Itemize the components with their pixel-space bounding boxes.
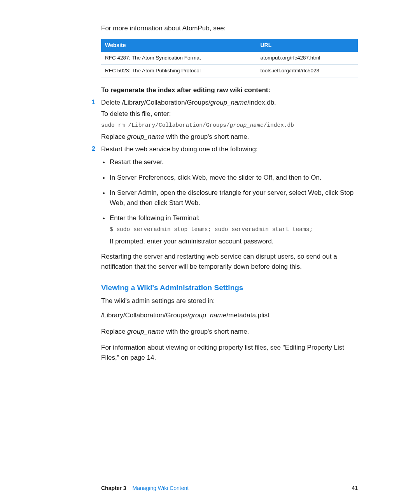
step-subtext: To delete this file, enter: bbox=[101, 109, 358, 119]
restart-warning: Restarting the server and restarting web… bbox=[101, 252, 358, 271]
list-item: In Server Preferences, click Web, move t… bbox=[110, 173, 358, 183]
step-replace-note: Replace group_name with the group's shor… bbox=[101, 132, 358, 142]
step-text: Restart the web service by doing one of … bbox=[101, 145, 258, 153]
step-2: 2 Restart the web service by doing one o… bbox=[101, 144, 358, 246]
table-header-url: URL bbox=[257, 39, 358, 52]
step-1: 1 Delete /Library/Collaboration/Groups/g… bbox=[101, 98, 358, 142]
step-subtext: If prompted, enter your administrator ac… bbox=[110, 236, 358, 247]
section-replace-note: Replace group_name with the group's shor… bbox=[101, 327, 358, 337]
step-text: Delete /Library/Collaboration/Groups/gro… bbox=[101, 99, 276, 106]
table-cell: RFC 5023: The Atom Publishing Protocol bbox=[101, 64, 257, 77]
table-header-website: Website bbox=[101, 39, 257, 52]
step-number: 2 bbox=[92, 144, 95, 154]
intro-paragraph: For more information about AtomPub, see: bbox=[101, 23, 358, 33]
page-footer: Chapter 3 Managing Wiki Content 41 bbox=[101, 484, 358, 492]
list-item: In Server Admin, open the disclosure tri… bbox=[110, 188, 358, 208]
table-row: RFC 4287: The Atom Syndication Format at… bbox=[101, 52, 358, 65]
regenerate-heading: To regenerate the index after editing ra… bbox=[101, 85, 358, 95]
table-cell: RFC 4287: The Atom Syndication Format bbox=[101, 52, 257, 65]
atompub-table: Website URL RFC 4287: The Atom Syndicati… bbox=[101, 39, 358, 78]
step-number: 1 bbox=[92, 98, 95, 107]
list-item: Enter the following in Terminal: $ sudo … bbox=[110, 213, 358, 246]
code-block: sudo rm /Library/Collaboration/Groups/gr… bbox=[101, 121, 358, 130]
table-cell: tools.ietf.org/html/rfc5023 bbox=[257, 64, 358, 77]
page-number: 41 bbox=[352, 484, 358, 492]
section-paragraph: The wiki's admin settings are stored in: bbox=[101, 296, 358, 306]
table-cell: atompub.org/rfc4287.html bbox=[257, 52, 358, 65]
list-item: Restart the server. bbox=[110, 157, 358, 167]
chapter-title: Managing Wiki Content bbox=[132, 485, 189, 491]
section-path: /Library/Collaboration/Groups/group_name… bbox=[101, 310, 358, 320]
table-row: RFC 5023: The Atom Publishing Protocol t… bbox=[101, 64, 358, 77]
section-heading: Viewing a Wiki's Administration Settings bbox=[101, 282, 358, 294]
chapter-label: Chapter 3 bbox=[101, 485, 126, 491]
section-crossref: For information about viewing or editing… bbox=[101, 343, 358, 362]
code-block: $ sudo serveradmin stop teams; sudo serv… bbox=[110, 226, 358, 234]
